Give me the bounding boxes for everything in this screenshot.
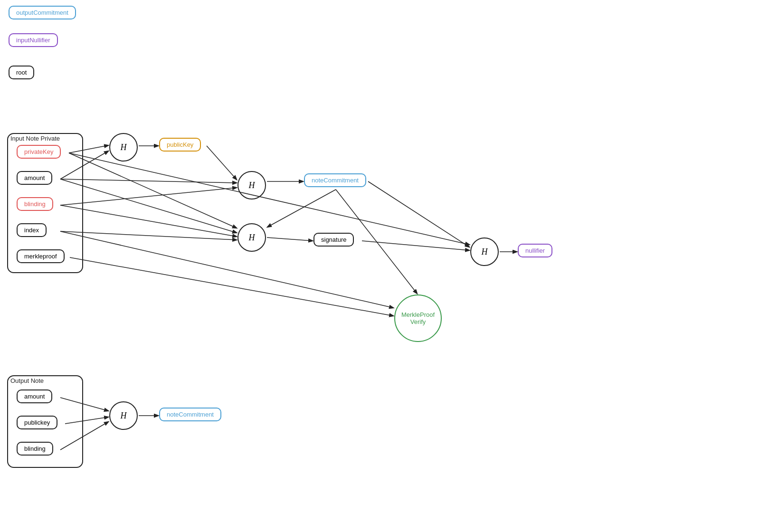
svg-line-14 [267,238,313,241]
blinding-in-node: blinding [17,197,53,211]
amount-in-node: amount [17,171,52,185]
svg-line-11 [267,190,336,227]
svg-line-8 [60,205,237,237]
h4-node: H [470,238,499,266]
note-commitment-in-node: noteCommitment [304,173,366,187]
nullifier-node: nullifier [518,244,552,257]
nullifier-box: nullifier [518,244,552,257]
h5-node: H [109,401,138,430]
svg-line-12 [368,181,469,247]
h3-circle: H [238,223,266,252]
index-box: index [17,223,47,237]
amount-in-box: amount [17,171,52,185]
svg-line-19 [69,153,469,245]
h1-circle: H [109,133,138,162]
h2-node: H [238,171,266,200]
signature-node: signature [314,233,354,247]
blinding-out-node: blinding [17,442,53,456]
merkleproof-node: merkleproof [17,249,65,263]
svg-line-10 [69,153,237,228]
h4-circle: H [470,238,499,266]
public-key-node: publicKey [159,138,201,152]
svg-line-9 [60,231,237,240]
output-commitment-node: outputCommitment [9,6,76,19]
root-box: root [9,66,34,79]
arrows-svg [0,0,760,532]
h3-node: H [238,223,266,252]
h1-node: H [109,133,138,162]
output-note-label: Output Note [10,377,44,384]
publickey-out-box: publickey [17,416,57,429]
h2-circle: H [238,171,266,200]
publickey-out-node: publickey [17,416,57,429]
svg-line-7 [60,179,237,233]
amount-out-box: amount [17,390,52,403]
svg-line-5 [60,188,237,205]
root-node: root [9,66,34,79]
public-key-box: publicKey [159,138,201,152]
note-commitment-out-box: noteCommitment [159,408,221,421]
private-key-box: privateKey [17,145,61,159]
amount-out-node: amount [17,390,52,403]
merkle-verify-node: MerkleProofVerify [394,294,442,342]
private-key-node: privateKey [17,145,61,159]
output-commitment-box: outputCommitment [9,6,76,19]
svg-line-3 [207,146,237,180]
svg-line-13 [362,241,469,250]
input-nullifier-node: inputNullifier [9,33,58,47]
input-nullifier-box: inputNullifier [9,33,58,47]
h5-circle: H [109,401,138,430]
signature-box: signature [314,233,354,247]
merkle-verify-circle: MerkleProofVerify [394,294,442,342]
index-node: index [17,223,47,237]
input-note-private-label: Input Note Private [10,135,60,142]
svg-line-4 [60,179,237,183]
svg-line-16 [70,257,393,316]
diagram: Input Note Private Output Note outputCom… [0,0,760,532]
blinding-out-box: blinding [17,442,53,456]
note-commitment-out-node: noteCommitment [159,408,221,421]
merkleproof-box: merkleproof [17,249,65,263]
note-commitment-in-box: noteCommitment [304,173,366,187]
blinding-in-box: blinding [17,197,53,211]
